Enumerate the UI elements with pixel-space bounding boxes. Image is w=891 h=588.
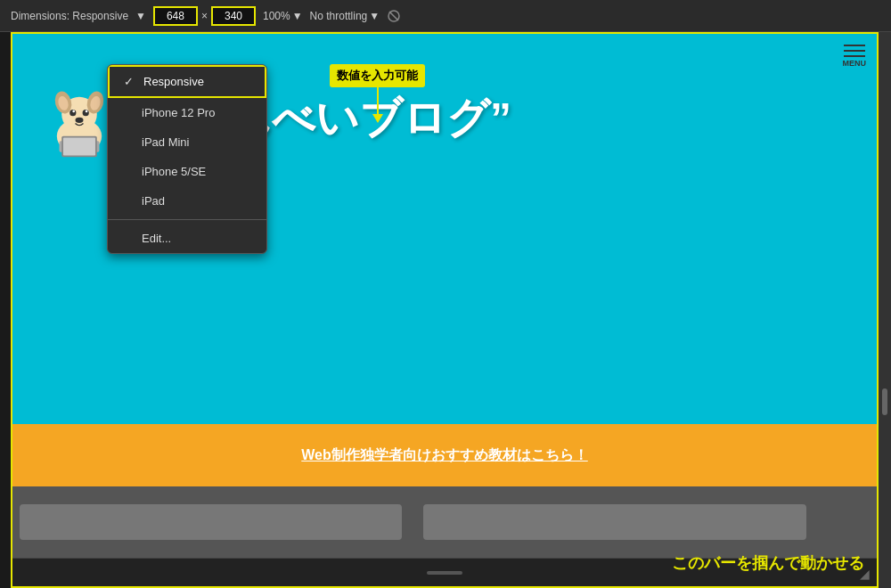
- svg-point-11: [86, 110, 88, 113]
- no-throttle-icon: [387, 9, 401, 23]
- dimensions-dropdown-btn[interactable]: ▼: [135, 10, 146, 22]
- zoom-arrow: ▼: [292, 10, 303, 22]
- main-area: ✓ Responsive iPhone 12 Pro iPad Mini iPh…: [0, 32, 891, 588]
- orange-banner[interactable]: Web制作独学者向けおすすめ教材はこちら！: [12, 424, 877, 486]
- dropdown-item-edit[interactable]: Edit...: [108, 224, 266, 253]
- svg-line-1: [389, 12, 398, 20]
- menu-button[interactable]: MENU: [843, 45, 867, 68]
- dropdown-item-label: Responsive: [143, 75, 204, 88]
- banner-text: Web制作独学者向けおすすめ教材はこちら！: [301, 446, 587, 465]
- check-icon: ✓: [124, 75, 136, 88]
- height-input[interactable]: [211, 6, 256, 26]
- scroll-indicator: [882, 388, 887, 415]
- menu-line-3: [844, 55, 865, 57]
- toolbar: Dimensions: Responsive ▼ × 100% ▼ No thr…: [0, 0, 891, 32]
- menu-line-1: [844, 45, 865, 46]
- annotation-arrow: 数値を入力可能: [330, 64, 425, 123]
- dropdown-item-label: iPhone 5/SE: [142, 165, 206, 178]
- bottom-scroll-area: [12, 486, 877, 558]
- dim-separator: ×: [201, 10, 208, 22]
- arrow-line: [377, 87, 379, 114]
- dropdown-item-label: Edit...: [142, 232, 171, 245]
- right-scrollbar[interactable]: [879, 32, 891, 588]
- dropdown-item-iphone5se[interactable]: iPhone 5/SE: [108, 157, 266, 186]
- hamburger-icon: [844, 45, 865, 57]
- dimensions-dropdown-menu: ✓ Responsive iPhone 12 Pro iPad Mini iPh…: [107, 64, 267, 254]
- throttle-label: No throttling: [310, 10, 368, 22]
- bottom-annotation: このバーを掴んで動かせる: [672, 552, 864, 574]
- left-gutter: [0, 32, 11, 588]
- svg-rect-15: [63, 138, 95, 156]
- menu-label: MENU: [843, 59, 867, 68]
- svg-point-12: [76, 118, 84, 123]
- dropdown-item-ipad[interactable]: iPad: [108, 186, 266, 216]
- zoom-label: 100%: [263, 10, 290, 22]
- menu-line-2: [844, 50, 865, 52]
- dropdown-item-ipadmini[interactable]: iPad Mini: [108, 127, 266, 157]
- annotation-label: 数値を入力可能: [330, 64, 425, 87]
- throttle-arrow: ▼: [369, 10, 380, 22]
- svg-point-10: [72, 110, 75, 113]
- dropdown-item-responsive[interactable]: ✓ Responsive: [108, 65, 266, 98]
- dropdown-item-label: iPad Mini: [142, 135, 189, 149]
- drag-handle-icon: [427, 571, 462, 575]
- dimensions-label: Dimensions: Responsive: [11, 10, 128, 22]
- scroll-thumb-2: [423, 504, 805, 540]
- dropdown-divider: [108, 219, 266, 220]
- dropdown-item-label: iPhone 12 Pro: [142, 106, 215, 119]
- dropdown-item-iphone12pro[interactable]: iPhone 12 Pro: [108, 98, 266, 127]
- dropdown-item-label: iPad: [142, 194, 165, 208]
- throttle-button[interactable]: No throttling ▼: [310, 10, 380, 22]
- scroll-thumb-1: [20, 504, 402, 540]
- width-input[interactable]: [153, 6, 198, 26]
- dropdown-arrow: ▼: [135, 10, 146, 22]
- arrow-head: [372, 114, 383, 123]
- zoom-button[interactable]: 100% ▼: [263, 10, 303, 22]
- dimension-inputs: ×: [153, 6, 256, 26]
